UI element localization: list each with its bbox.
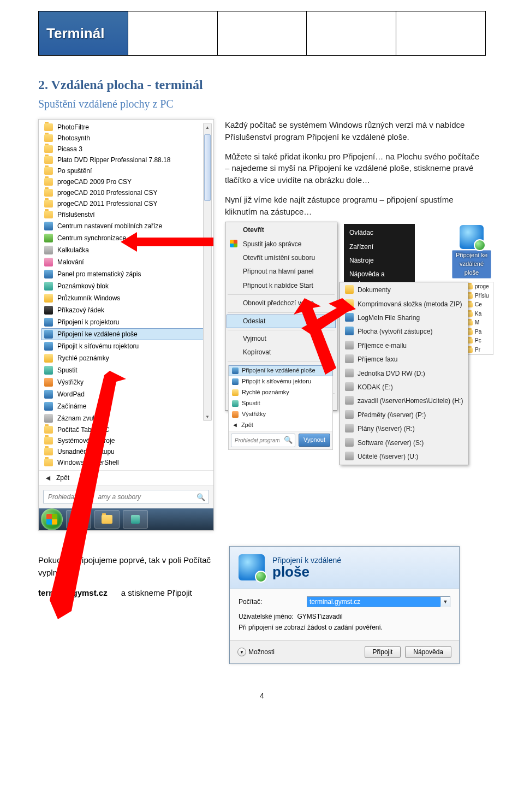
list-item: Pc: [466, 336, 493, 346]
app-icon: [44, 282, 53, 291]
shutdown-button[interactable]: Vypnout: [299, 434, 330, 447]
start-menu-item[interactable]: Připojení ke vzdálené ploše: [41, 328, 211, 340]
start-menu-search[interactable]: 🔍: [231, 434, 295, 447]
start-menu-item-label: PhotoFiltre: [57, 123, 89, 131]
rdp-options-button[interactable]: ▼ Možnosti: [237, 648, 275, 656]
search-input[interactable]: [234, 437, 281, 444]
scrollbar[interactable]: ▲ ▼: [203, 123, 212, 421]
start-menu-item[interactable]: Picasa 3: [41, 144, 211, 155]
app-icon: [44, 330, 53, 339]
start-menu-item[interactable]: Příkazový řádek: [41, 304, 211, 316]
rdp-dialog: Připojení k vzdálené ploše Počítač: ▼ Už…: [229, 546, 460, 664]
sendto-item[interactable]: Plány (\\server) (R:): [341, 422, 467, 436]
app-icon: [232, 378, 239, 385]
start-menu-item[interactable]: Photosynth: [41, 133, 211, 144]
start-menu-item[interactable]: Centrum nastavení mobilních zaříze: [41, 220, 211, 232]
start-menu-item-label: Photosynth: [57, 134, 90, 142]
app-icon: [345, 424, 354, 432]
intro-paragraph: Každý počítač se systémem Windows různýc…: [225, 119, 486, 143]
start-menu-item-label: Malování: [57, 258, 84, 266]
start-menu-back[interactable]: ◄Zpět: [229, 420, 332, 431]
context-menu-item[interactable]: Připnout na hlavní panel: [227, 265, 336, 278]
start-menu-item[interactable]: Poznámkový blok: [41, 280, 211, 292]
sendto-item[interactable]: Jednotka DVD RW (D:): [341, 367, 467, 381]
list-item: Ka: [466, 310, 493, 319]
folder-icon: [44, 189, 53, 197]
start-menu-item[interactable]: Výstřižky: [229, 409, 332, 420]
list-item: Pr: [466, 346, 493, 355]
app-icon: [44, 246, 53, 254]
sendto-menu: DokumentyKomprimovaná složka (metoda ZIP…: [340, 282, 468, 465]
start-menu-item[interactable]: Po spuštění: [41, 165, 211, 176]
mini-start-menu: Připojení ke vzdálené plošePřipojit k sí…: [228, 365, 333, 449]
start-right-item[interactable]: Nástroje: [344, 254, 415, 268]
sendto-item[interactable]: Plocha (vytvořit zástupce): [341, 325, 467, 339]
search-icon: 🔍: [284, 435, 293, 446]
start-menu-item[interactable]: Příslušenství: [41, 209, 211, 220]
start-menu-item-label: progeCAD 2010 Professional CSY: [57, 189, 157, 197]
chevron-down-icon[interactable]: ▼: [440, 597, 450, 606]
start-menu-item[interactable]: Průzkumník Windows: [41, 292, 211, 304]
sendto-item[interactable]: Komprimovaná složka (metoda ZIP): [341, 298, 467, 311]
context-menu-item[interactable]: Spustit jako správce: [227, 238, 336, 251]
rdp-title-line2: ploše: [272, 565, 341, 579]
context-menu-item[interactable]: Otevřít umístění souboru: [227, 251, 336, 265]
folder-icon: [44, 145, 53, 153]
app-icon: [44, 234, 53, 242]
start-menu-item[interactable]: progeCAD 2010 Professional CSY: [41, 187, 211, 198]
section-title: 2. Vzdálená plocha - terminál: [38, 78, 486, 92]
start-right-item[interactable]: Ovládac: [344, 226, 415, 240]
rdp-computer-combo[interactable]: ▼: [307, 596, 450, 607]
desktop-shortcut[interactable]: Připojení ke vzdálené ploše: [452, 225, 491, 278]
start-menu-item[interactable]: progeCAD 2009 Pro CSY: [41, 176, 211, 187]
sendto-item[interactable]: KODAK (E:): [341, 381, 467, 394]
start-menu-item[interactable]: Malování: [41, 256, 211, 268]
sendto-item[interactable]: Předměty (\\server) (P:): [341, 408, 467, 422]
list-item: M: [466, 318, 493, 328]
start-menu-item-label: Poznámkový blok: [57, 282, 109, 290]
start-menu-item[interactable]: Připojit k síťovému rojektoru: [41, 340, 211, 352]
start-menu-item-label: progeCAD 2009 Pro CSY: [57, 178, 132, 186]
folder-icon: [44, 211, 53, 218]
folder-icon: [44, 178, 53, 186]
svg-marker-0: [121, 232, 213, 252]
start-menu-item[interactable]: Rychlé poznámky: [41, 352, 211, 364]
app-icon: [232, 389, 239, 396]
chevron-down-icon: ▼: [237, 648, 246, 656]
folder-icon: [44, 156, 53, 164]
start-menu-item[interactable]: progeCAD 2011 Professional CSY: [41, 198, 211, 209]
start-menu-screenshot: PhotoFiltrePhotosynthPicasa 3Plato DVD R…: [38, 119, 214, 531]
red-arrow-icon: [296, 298, 356, 336]
red-arrow-icon: [50, 371, 126, 622]
section-subtitle: Spuštění vzdálené plochy z PC: [38, 98, 486, 110]
start-menu-item[interactable]: Připojení k projektoru: [41, 316, 211, 328]
sendto-item[interactable]: Příjemce e-mailu: [341, 339, 467, 353]
taskbar-app-icon[interactable]: [123, 510, 148, 529]
sendto-item[interactable]: Software (\\server) (S:): [341, 436, 467, 450]
context-menu-item[interactable]: Otevřít: [227, 223, 336, 237]
context-menu-composite: OvládacZařízeníNástrojeNápověda a podpor…: [225, 227, 486, 394]
intro-paragraph: Můžete si také přidat ikonku pro Připoje…: [225, 151, 486, 186]
start-menu-item[interactable]: PhotoFiltre: [41, 122, 211, 133]
start-menu-item[interactable]: Připojit k síťovému jektoru: [229, 376, 332, 387]
app-icon: [232, 400, 239, 407]
start-menu-item[interactable]: Spustit: [229, 398, 332, 409]
rdp-help-button[interactable]: Nápověda: [405, 646, 451, 658]
rdp-note: Při připojení se zobrazí žádost o zadání…: [239, 624, 450, 631]
rdp-icon: [239, 554, 265, 580]
start-menu-item[interactable]: Rychlé poznámky: [229, 387, 332, 398]
start-right-item[interactable]: Zařízení: [344, 240, 415, 254]
sendto-item[interactable]: zavadil (\\server\Homes\Ucitele) (H:): [341, 394, 467, 408]
start-menu-item[interactable]: Plato DVD Ripper Professional 7.88.18: [41, 155, 211, 165]
folder-icon: [44, 134, 53, 142]
sendto-item[interactable]: Příjemce faxu: [341, 353, 467, 366]
rdp-computer-input[interactable]: [307, 597, 440, 607]
sendto-item[interactable]: Dokumenty: [341, 283, 467, 297]
context-menu-item[interactable]: Připnout k nabídce Start: [227, 279, 336, 293]
rdp-connect-button[interactable]: Připojit: [365, 646, 401, 658]
menu-separator: [228, 294, 335, 295]
start-menu-item[interactable]: Panel pro matematický zápis: [41, 268, 211, 280]
rdp-label-user: Uživatelské jméno:: [239, 613, 294, 620]
sendto-item[interactable]: Učitelé (\\server) (U:): [341, 450, 467, 464]
sendto-item[interactable]: LogMeIn File Sharing: [341, 311, 467, 325]
